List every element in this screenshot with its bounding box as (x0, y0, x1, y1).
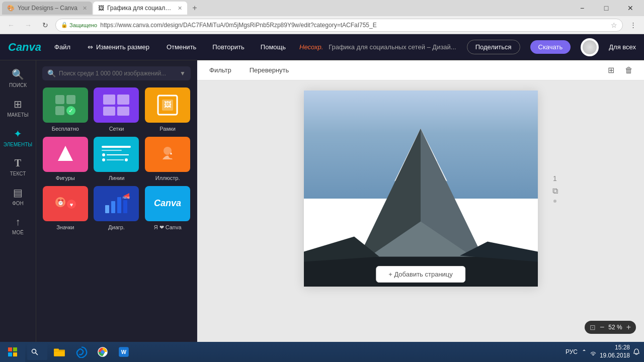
canvas-workspace[interactable]: 1 ⧉ + Добавить страницу (197, 80, 644, 342)
notification-icon[interactable] (633, 348, 640, 355)
start-button[interactable] (0, 342, 25, 362)
panel-item-canva[interactable]: Canva Я ❤ Canva (144, 186, 191, 231)
panel-item-icons[interactable]: ⏰ ♥ Значки (42, 186, 89, 231)
menu-undo[interactable]: Отменить (164, 41, 199, 53)
sidebar-item-text[interactable]: T ТЕКСТ (2, 153, 34, 180)
address-bar: ← → ↻ 🔒 Защищено https://www.canva.com/d… (0, 16, 644, 34)
canva-sidebar: 🔍 ПОИСК ⊞ МАКЕТЫ ✦ ЭЛЕМЕНТЫ T ТЕКСТ ▤ (0, 60, 36, 342)
sidebar-label-background: ФОН (12, 201, 24, 206)
svg-point-17 (102, 158, 105, 161)
add-page-button[interactable]: + Добавить страницу (376, 266, 465, 283)
copy-icon[interactable]: ⧉ (552, 187, 558, 196)
canvas-frame[interactable] (304, 90, 538, 287)
sidebar-label-text: ТЕКСТ (10, 171, 26, 176)
canvas-toolbar: Фильтр Перевернуть ⊞ 🗑 (197, 60, 644, 80)
sidebar-item-background[interactable]: ▤ ФОН (2, 183, 34, 210)
panel-item-frames[interactable]: 🖼 Рамки (144, 87, 191, 132)
maximize-button[interactable]: □ (595, 0, 618, 16)
panel-label-illustr: Иллюстр. (155, 175, 180, 181)
browser-tab-2[interactable]: 🖼 Графика для социальн... ✕ (93, 2, 187, 15)
svg-rect-44 (8, 347, 12, 351)
svg-text:🖼: 🖼 (164, 101, 171, 109)
menu-help[interactable]: Помощь (258, 41, 289, 53)
minimize-button[interactable]: − (571, 0, 594, 16)
layouts-icon: ⊞ (14, 98, 22, 110)
panel-label-free: Бесплатно (52, 126, 79, 132)
back-button[interactable]: ← (4, 18, 18, 32)
refresh-button[interactable]: ↻ (38, 18, 52, 32)
user-avatar[interactable] (581, 38, 599, 56)
svg-rect-28 (117, 197, 121, 213)
svg-rect-45 (13, 347, 17, 351)
canva-header: Canva Файл ⇔ Изменить размер Отменить По… (0, 34, 644, 60)
download-button[interactable]: Скачать (530, 40, 571, 54)
panel-label-canva: Я ❤ Canva (154, 224, 182, 231)
svg-point-56 (593, 354, 594, 355)
svg-rect-51 (54, 348, 59, 350)
search-input[interactable] (59, 70, 177, 77)
browser-menu-button[interactable]: ⋮ (626, 18, 640, 32)
taskbar-explorer[interactable] (49, 342, 69, 362)
svg-rect-5 (103, 95, 115, 105)
search-box[interactable]: 🔍 ▼ (42, 66, 191, 80)
panel-item-grids[interactable]: Сетки (94, 87, 140, 132)
trash-icon[interactable]: 🗑 (622, 63, 636, 77)
svg-text:⏰: ⏰ (56, 199, 64, 206)
zoom-in-button[interactable]: + (626, 323, 631, 332)
canva-logo[interactable]: Canva (8, 41, 41, 54)
panel-grid: ✓ Бесплатно (42, 87, 191, 231)
forward-button[interactable]: → (21, 18, 35, 32)
taskbar-search[interactable] (27, 344, 47, 360)
sidebar-item-elements[interactable]: ✦ ЭЛЕМЕНТЫ (2, 124, 34, 151)
close-button[interactable]: ✕ (619, 0, 642, 16)
canva-main: Фильтр Перевернуть ⊞ 🗑 (197, 60, 644, 342)
svg-text:W: W (121, 349, 127, 355)
panel-label-shapes: Фигуры (56, 175, 75, 181)
menu-file[interactable]: Файл (51, 41, 73, 53)
panel-item-illustr[interactable]: Иллюстр. (144, 137, 191, 181)
chevron-down-icon[interactable]: ▼ (180, 70, 186, 77)
my-icon: ↑ (16, 216, 21, 228)
tab2-label: Графика для социальн... (107, 5, 173, 12)
bookmark-icon[interactable]: ☆ (611, 21, 617, 29)
svg-line-49 (36, 353, 38, 355)
svg-rect-13 (102, 146, 131, 148)
svg-rect-29 (123, 200, 127, 213)
secure-indicator: 🔒 Защищено (61, 22, 97, 28)
panel-label-charts: Диагр. (108, 224, 125, 230)
panel-label-frames: Рамки (159, 126, 176, 132)
grid-view-icon[interactable]: ⊞ (604, 63, 618, 77)
document-title: Несохр. Графика для социальных сетей – Д… (299, 43, 457, 51)
browser-tab-1[interactable]: 🎨 Your Designs – Canva ✕ (2, 2, 92, 15)
panel-item-lines[interactable]: Линии (94, 137, 140, 181)
panel-item-shapes[interactable]: Фигуры (42, 137, 89, 181)
toolbar-flip[interactable]: Перевернуть (246, 64, 293, 76)
sidebar-item-search[interactable]: 🔍 ПОИСК (2, 64, 34, 92)
svg-text:NEW: NEW (123, 196, 130, 199)
for-all-menu[interactable]: Для всех (609, 43, 636, 51)
tab1-close[interactable]: ✕ (83, 5, 87, 12)
svg-rect-7 (103, 107, 115, 116)
zoom-level: 52 % (608, 324, 622, 331)
svg-rect-46 (8, 352, 12, 356)
zoom-out-button[interactable]: − (600, 323, 604, 332)
svg-text:♥: ♥ (70, 202, 73, 208)
taskbar-tray: РУС 15:28 19.06.2018 (561, 344, 644, 359)
menu-resize[interactable]: ⇔ Изменить размер (84, 41, 153, 53)
title-text: Графика для социальных сетей – Дизай... (329, 43, 456, 51)
new-tab-button[interactable]: + (188, 2, 201, 15)
taskbar-edge[interactable] (71, 342, 92, 362)
taskbar-app3[interactable]: W (114, 342, 134, 362)
taskbar-chrome[interactable] (93, 342, 113, 362)
menu-redo[interactable]: Повторить (209, 41, 247, 53)
share-button[interactable]: Поделиться (467, 40, 520, 54)
toolbar-filter[interactable]: Фильтр (205, 64, 235, 76)
panel-item-charts[interactable]: NEW Диагр. (94, 186, 140, 231)
resize-icon: ⇔ (88, 43, 93, 51)
address-box[interactable]: 🔒 Защищено https://www.canva.com/design/… (55, 19, 623, 32)
panel-item-free[interactable]: ✓ Бесплатно (42, 87, 89, 132)
sidebar-item-my[interactable]: ↑ МОЁ (2, 212, 34, 239)
sidebar-item-layouts[interactable]: ⊞ МАКЕТЫ (2, 94, 34, 122)
svg-rect-6 (117, 95, 129, 105)
tab2-close[interactable]: ✕ (178, 5, 182, 12)
